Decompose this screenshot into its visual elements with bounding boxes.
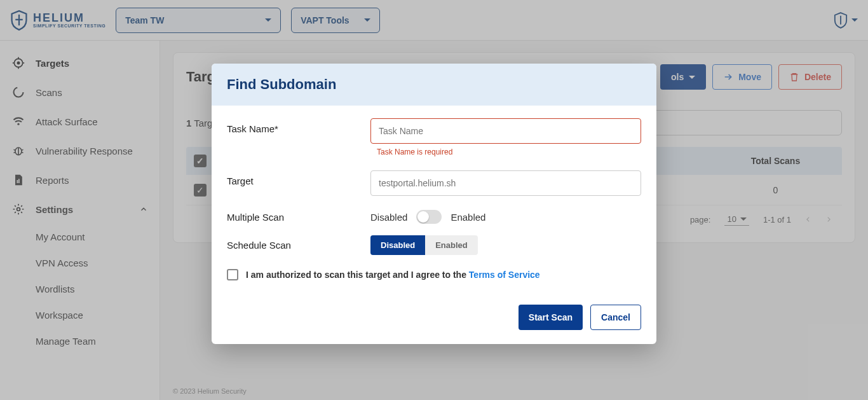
cancel-button[interactable]: Cancel bbox=[590, 305, 641, 330]
task-name-error: Task Name is required bbox=[370, 148, 641, 156]
authorize-text: I am authorized to scan this target and … bbox=[246, 270, 469, 280]
toggle-on-label: Enabled bbox=[451, 212, 485, 223]
toggle-off-label: Disabled bbox=[370, 212, 407, 223]
schedule-enabled-button[interactable]: Enabled bbox=[425, 235, 478, 255]
multiple-scan-label: Multiple Scan bbox=[227, 212, 370, 223]
schedule-scan-label: Schedule Scan bbox=[227, 240, 370, 251]
start-scan-button[interactable]: Start Scan bbox=[519, 305, 583, 330]
modal-header: Find Subdomain bbox=[212, 64, 656, 106]
modal-title: Find Subdomain bbox=[227, 76, 641, 93]
schedule-scan-segment: Disabled Enabled bbox=[370, 235, 478, 255]
task-name-input[interactable] bbox=[370, 118, 641, 144]
authorize-row: I am authorized to scan this target and … bbox=[227, 269, 641, 280]
tos-link[interactable]: Terms of Service bbox=[469, 270, 540, 280]
find-subdomain-modal: Find Subdomain Task Name* Task Name is r… bbox=[212, 64, 656, 344]
multiple-scan-toggle[interactable] bbox=[416, 210, 442, 224]
target-label: Target bbox=[227, 170, 370, 186]
schedule-disabled-button[interactable]: Disabled bbox=[370, 235, 425, 255]
task-name-label: Task Name* bbox=[227, 118, 370, 134]
authorize-checkbox[interactable] bbox=[227, 269, 238, 280]
target-input[interactable] bbox=[370, 170, 641, 196]
